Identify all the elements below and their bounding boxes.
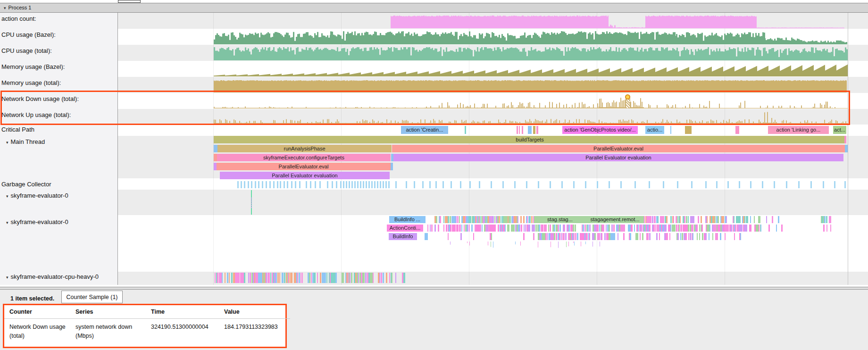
sidebar-item-label: Memory usage (Bazel): (1, 63, 65, 70)
critical-path-slice[interactable]: act... (833, 126, 846, 134)
sidebar-item-memory-usage-total[interactable]: Memory usage (total): (0, 79, 117, 86)
sidebar-item-label: Garbage Collector (1, 181, 51, 188)
trace-viewer: ▾Process 1 action 'Creatin...action 'Gen… (0, 0, 868, 350)
sidebar-item-label: CPU usage (Bazel): (1, 31, 56, 38)
critical-path-slice[interactable] (528, 126, 532, 134)
collapse-arrow-icon: ▾ (6, 140, 8, 145)
critical-path-slice[interactable] (670, 126, 671, 134)
cell-time: 324190.51300000004 (151, 319, 224, 343)
critical-path-slice[interactable] (735, 126, 739, 134)
skyframe-evaluator-slice[interactable] (425, 233, 428, 240)
table-row[interactable]: Network Down usage (total) system networ… (4, 319, 290, 343)
main-thread-slice[interactable] (214, 154, 217, 161)
main-thread-slice[interactable]: Parallel Evaluator evaluation (393, 154, 843, 161)
main-thread-slice[interactable]: skyframeExecutor.configureTargets (217, 154, 391, 161)
process-header[interactable]: ▾Process 1 (0, 3, 868, 13)
skyframe-evaluator-slice[interactable]: stag.stag... (534, 216, 586, 223)
sidebar-item-label: skyframe-evaluator-cpu-heavy-0 (11, 273, 99, 280)
sidebar-item-cpu-usage-total[interactable]: CPU usage (total): (0, 47, 117, 54)
sidebar-item-cpu-usage-bazel[interactable]: CPU usage (Bazel): (0, 31, 117, 38)
process-label: Process 1 (8, 5, 32, 10)
critical-path-slice[interactable] (533, 126, 535, 134)
header-value[interactable]: Value (224, 305, 290, 319)
sidebar-item-critical-path[interactable]: Critical Path (0, 126, 117, 133)
header-counter[interactable]: Counter (4, 305, 75, 319)
main-thread-slice[interactable]: ParallelEvaluator.eval (217, 163, 391, 170)
critical-path-slice[interactable] (465, 126, 466, 134)
tab-counter-sample[interactable]: Counter Sample (1) (61, 291, 123, 303)
header-time[interactable]: Time (151, 305, 224, 319)
cell-value: 184.1793113323983 (224, 319, 290, 343)
sidebar-item-label: action count: (1, 15, 36, 22)
ruler-marker (118, 0, 141, 3)
critical-path-slice[interactable]: action 'Linking go... (768, 126, 829, 134)
collapse-arrow-icon: ▾ (6, 220, 8, 225)
critical-path-slice[interactable]: actio... (645, 126, 664, 134)
skyframe-evaluator-slice[interactable]: stagagement.remot... (586, 216, 644, 223)
critical-path-slice[interactable] (685, 126, 692, 134)
main-thread-slice[interactable]: ParallelEvaluator.eval (392, 145, 845, 152)
sidebar-item-label: skyframe-evaluator-0 (11, 218, 68, 225)
skyframe-evaluator-slice[interactable]: BuildInfo ... (389, 216, 426, 223)
network-highlight-box (0, 91, 850, 125)
main-thread-slice[interactable]: buildTargets (214, 136, 846, 143)
main-thread-slice[interactable] (845, 145, 848, 152)
counter-sample-table: Counter Series Time Value Network Down u… (4, 305, 290, 342)
sidebar-item-main-thread[interactable]: ▾Main Thread (0, 138, 117, 145)
cell-series: system network down (Mbps) (75, 319, 151, 343)
critical-path-slice[interactable] (522, 126, 523, 134)
collapse-arrow-icon: ▾ (4, 4, 6, 13)
track-label-pane: action count:CPU usage (Bazel):CPU usage… (0, 13, 118, 287)
main-thread-slice[interactable]: Parallel Evaluator evaluation (220, 172, 390, 179)
table-highlight-box: Counter Series Time Value Network Down u… (3, 304, 287, 348)
main-thread-slice[interactable] (391, 163, 393, 170)
skyframe-evaluator-slice[interactable]: ActionConti... (387, 225, 423, 232)
main-thread-slice[interactable]: runAnalysisPhase (217, 145, 392, 152)
sidebar-item-label: Memory usage (total): (1, 79, 61, 86)
sidebar-item-label: skyframe-evaluator-0 (11, 192, 68, 199)
sidebar-item-label: Main Thread (11, 138, 45, 145)
sidebar-item-label: Critical Path (1, 126, 34, 133)
sidebar-item-skyframe-evaluator-0[interactable]: ▾skyframe-evaluator-0 (0, 192, 117, 199)
sidebar-item-skyframe-evaluator-cpu-heavy-0[interactable]: ▾skyframe-evaluator-cpu-heavy-0 (0, 273, 117, 280)
cell-counter: Network Down usage (total) (4, 319, 75, 343)
skyframe-evaluator-slice[interactable]: BuildInfo (389, 233, 417, 240)
sidebar-item-memory-usage-bazel[interactable]: Memory usage (Bazel): (0, 63, 117, 70)
main-thread-slice[interactable] (214, 145, 217, 152)
critical-path-slice[interactable] (519, 126, 520, 134)
sidebar-item-action-count[interactable]: action count: (0, 15, 117, 22)
collapse-arrow-icon: ▾ (6, 275, 8, 280)
critical-path-slice[interactable]: action 'GenObjcProtos video/... (562, 126, 638, 134)
sidebar-item-label: CPU usage (total): (1, 47, 52, 54)
table-header-row: Counter Series Time Value (4, 305, 290, 319)
critical-path-slice[interactable] (517, 126, 518, 134)
collapse-arrow-icon: ▾ (6, 194, 8, 199)
sidebar-item-garbage-collector[interactable]: Garbage Collector (0, 181, 117, 188)
critical-path-slice[interactable]: action 'Creatin... (401, 126, 448, 134)
header-series[interactable]: Series (75, 305, 151, 319)
critical-path-slice[interactable] (536, 126, 538, 134)
sidebar-item-skyframe-evaluator-0[interactable]: ▾skyframe-evaluator-0 (0, 218, 117, 225)
selection-status: 1 item selected. (10, 292, 54, 305)
main-thread-slice[interactable] (844, 136, 846, 143)
